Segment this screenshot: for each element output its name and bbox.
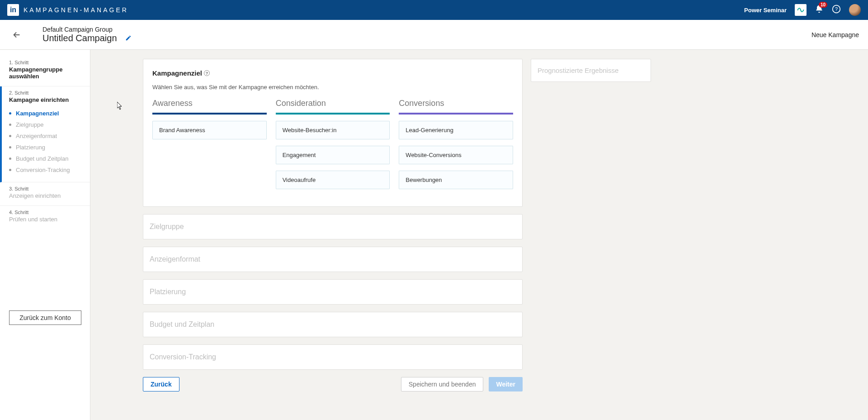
awareness-bar bbox=[152, 113, 267, 115]
step-2-substeps: Kampagnenziel Zielgruppe Anzeigenformat … bbox=[9, 108, 81, 176]
svg-text:?: ? bbox=[835, 6, 838, 12]
objective-card-title: Kampagnenziel ? bbox=[152, 69, 210, 77]
footer-buttons: Zurück Speichern und beenden Weiter bbox=[143, 377, 523, 391]
user-avatar[interactable] bbox=[849, 4, 861, 16]
option-brand-awareness[interactable]: Brand Awareness bbox=[152, 121, 267, 139]
conversions-title: Conversions bbox=[399, 99, 513, 113]
option-engagement[interactable]: Engagement bbox=[276, 146, 390, 164]
campaign-group-name[interactable]: Default Campaign Group bbox=[42, 26, 132, 33]
awareness-title: Awareness bbox=[152, 99, 267, 113]
conversions-column: Conversions Lead-Generierung Website-Con… bbox=[399, 99, 513, 196]
question-circle-icon: ? bbox=[832, 5, 841, 14]
objective-columns: Awareness Brand Awareness Consideration … bbox=[152, 99, 513, 196]
substep-budget-label: Budget und Zeitplan bbox=[16, 155, 68, 162]
pencil-icon bbox=[125, 35, 132, 41]
substep-objective-label: Kampagnenziel bbox=[16, 110, 59, 117]
conversion-collapsed-card[interactable]: Conversion-Tracking bbox=[143, 344, 523, 370]
format-collapsed-card[interactable]: Anzeigenformat bbox=[143, 247, 523, 272]
notifications-button[interactable]: 10 bbox=[815, 5, 824, 15]
save-exit-button[interactable]: Speichern und beenden bbox=[401, 377, 484, 391]
objective-title-text: Kampagnenziel bbox=[152, 69, 202, 77]
step-4[interactable]: 4. Schritt Prüfen und starten bbox=[0, 206, 90, 229]
consideration-column: Consideration Website-Besucher:in Engage… bbox=[276, 99, 390, 196]
conversions-bar bbox=[399, 113, 513, 115]
back-to-account-button[interactable]: Zurück zum Konto bbox=[9, 310, 81, 325]
topbar-left: in KAMPAGNEN-MANAGER bbox=[7, 4, 128, 16]
main-area: Kampagnenziel ? Wählen Sie aus, was Sie … bbox=[90, 50, 868, 420]
option-video-views[interactable]: Videoaufrufe bbox=[276, 171, 390, 189]
linkedin-logo-icon[interactable]: in bbox=[7, 4, 19, 16]
option-job-applicants[interactable]: Bewerbungen bbox=[399, 171, 513, 189]
step-1-title: Kampagnengruppe auswählen bbox=[9, 66, 81, 80]
account-logo-icon[interactable] bbox=[795, 4, 807, 16]
audience-collapsed-card[interactable]: Zielgruppe bbox=[143, 214, 523, 239]
next-button[interactable]: Weiter bbox=[489, 377, 523, 391]
step-1[interactable]: 1. Schritt Kampagnengruppe auswählen bbox=[0, 56, 90, 86]
substep-format-label: Anzeigenformat bbox=[16, 133, 57, 139]
substep-placement[interactable]: Platzierung bbox=[9, 142, 81, 153]
help-button[interactable]: ? bbox=[832, 5, 841, 15]
center-column: Kampagnenziel ? Wählen Sie aus, was Sie … bbox=[143, 59, 523, 420]
consideration-title: Consideration bbox=[276, 99, 390, 113]
step-1-label: 1. Schritt bbox=[9, 60, 81, 65]
step-3[interactable]: 3. Schritt Anzeigen einrichten bbox=[0, 182, 90, 206]
substep-conversion-label: Conversion-Tracking bbox=[16, 167, 70, 173]
account-name[interactable]: Power Seminar bbox=[744, 7, 787, 14]
step-2-label: 2. Schritt bbox=[9, 90, 81, 95]
subheader: Default Campaign Group Untitled Campaign… bbox=[0, 20, 868, 50]
back-button[interactable]: Zurück bbox=[143, 377, 179, 391]
substep-placement-label: Platzierung bbox=[16, 144, 45, 151]
notifications-badge: 10 bbox=[819, 2, 827, 8]
back-arrow-button[interactable] bbox=[9, 27, 24, 43]
right-column: Prognostizierte Ergebnisse bbox=[531, 59, 651, 420]
substep-audience[interactable]: Zielgruppe bbox=[9, 119, 81, 130]
edit-name-button[interactable] bbox=[125, 33, 132, 43]
substep-conversion[interactable]: Conversion-Tracking bbox=[9, 164, 81, 176]
objective-subtitle: Wählen Sie aus, was Sie mit der Kampagne… bbox=[152, 84, 513, 91]
placement-collapsed-card[interactable]: Platzierung bbox=[143, 279, 523, 305]
step-4-title: Prüfen und starten bbox=[9, 216, 81, 223]
budget-collapsed-card[interactable]: Budget und Zeitplan bbox=[143, 312, 523, 337]
topbar-right: Power Seminar 10 ? bbox=[744, 4, 861, 16]
option-website-conversions[interactable]: Website-Conversions bbox=[399, 146, 513, 164]
header-right-label: Neue Kampagne bbox=[811, 31, 859, 38]
awareness-column: Awareness Brand Awareness bbox=[152, 99, 267, 196]
campaign-name: Untitled Campaign bbox=[42, 33, 117, 43]
app-title: KAMPAGNEN-MANAGER bbox=[24, 6, 128, 14]
topbar: in KAMPAGNEN-MANAGER Power Seminar 10 ? bbox=[0, 0, 868, 20]
step-3-title: Anzeigen einrichten bbox=[9, 192, 81, 199]
step-3-label: 3. Schritt bbox=[9, 186, 81, 191]
step-4-label: 4. Schritt bbox=[9, 210, 81, 215]
step-2-title: Kampagne einrichten bbox=[9, 96, 81, 103]
substep-format[interactable]: Anzeigenformat bbox=[9, 130, 81, 142]
breadcrumb: Default Campaign Group Untitled Campaign bbox=[42, 26, 132, 43]
option-lead-gen[interactable]: Lead-Generierung bbox=[399, 121, 513, 139]
substep-objective[interactable]: Kampagnenziel bbox=[9, 108, 81, 119]
substep-budget[interactable]: Budget und Zeitplan bbox=[9, 153, 81, 164]
arrow-left-icon bbox=[12, 30, 22, 40]
option-website-visits[interactable]: Website-Besucher:in bbox=[276, 121, 390, 139]
substep-audience-label: Zielgruppe bbox=[16, 121, 43, 128]
consideration-bar bbox=[276, 113, 390, 115]
step-2[interactable]: 2. Schritt Kampagne einrichten Kampagnen… bbox=[0, 86, 90, 182]
forecast-card: Prognostizierte Ergebnisse bbox=[531, 59, 651, 82]
steps-sidebar: 1. Schritt Kampagnengruppe auswählen 2. … bbox=[0, 50, 90, 420]
cursor-icon bbox=[117, 102, 123, 110]
objective-card: Kampagnenziel ? Wählen Sie aus, was Sie … bbox=[143, 59, 523, 207]
help-icon[interactable]: ? bbox=[204, 70, 210, 76]
